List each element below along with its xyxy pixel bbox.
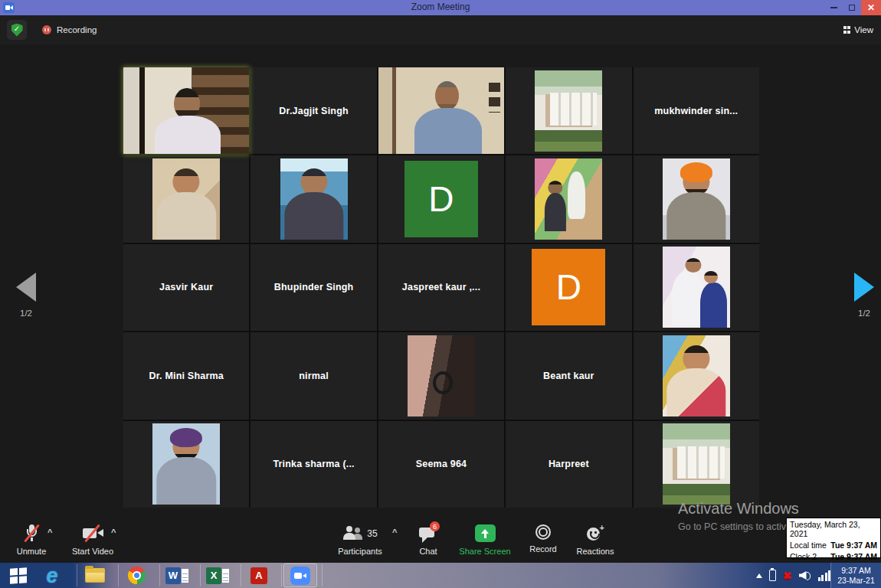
participant-tile[interactable]: Seema 964 bbox=[378, 421, 504, 508]
next-page-arrow[interactable]: 1/2 bbox=[849, 273, 879, 318]
participant-name: Jaspreet kaur ,... bbox=[402, 282, 480, 292]
participants-button[interactable]: 35 Participants bbox=[334, 524, 386, 556]
video-off-camera-icon bbox=[82, 524, 103, 542]
recording-label: Recording bbox=[57, 25, 97, 34]
participants-count: 35 bbox=[367, 528, 377, 539]
close-button[interactable]: ✕ bbox=[861, 0, 881, 15]
share-screen-icon bbox=[475, 524, 496, 542]
participant-grid: Dr.Jagjit Singh mukhwinder sin... D Jasv… bbox=[123, 67, 759, 508]
chat-button[interactable]: 6 Chat bbox=[409, 524, 447, 556]
word-taskbar-icon[interactable]: W bbox=[162, 565, 192, 586]
security-shield-icon[interactable] bbox=[7, 20, 27, 40]
participant-tile[interactable] bbox=[123, 421, 249, 508]
participant-photo bbox=[663, 335, 730, 416]
chat-label: Chat bbox=[419, 547, 437, 556]
reactions-label: Reactions bbox=[577, 547, 614, 556]
acrobat-taskbar-icon[interactable]: A bbox=[244, 565, 274, 586]
minimize-button[interactable] bbox=[824, 0, 843, 15]
window-titlebar: Zoom Meeting ✕ bbox=[0, 0, 881, 15]
windows-taskbar: e W X A ✖ 9:37 AM 23-Mar-21 bbox=[0, 563, 881, 588]
file-explorer-taskbar-icon[interactable] bbox=[80, 565, 110, 586]
participant-name: Harpreet bbox=[549, 459, 589, 469]
participant-tile[interactable] bbox=[378, 332, 504, 419]
gallery-view-icon bbox=[843, 26, 851, 34]
participant-tile[interactable] bbox=[506, 155, 631, 242]
participant-tile[interactable] bbox=[634, 155, 759, 242]
participant-tile-video[interactable] bbox=[378, 67, 504, 154]
participant-name: Trinka sharma (... bbox=[273, 459, 354, 469]
participant-tile[interactable] bbox=[506, 67, 631, 154]
share-screen-button[interactable]: Share Screen bbox=[457, 524, 513, 556]
chat-unread-badge: 6 bbox=[430, 521, 440, 531]
participant-tile[interactable]: D bbox=[378, 155, 504, 242]
participant-tile[interactable] bbox=[634, 332, 759, 419]
speaker-icon[interactable] bbox=[799, 570, 811, 580]
record-button[interactable]: Record bbox=[522, 524, 564, 554]
participant-tile[interactable]: Trinka sharma (... bbox=[251, 421, 376, 508]
participant-tile[interactable]: Dr.Jagjit Singh bbox=[251, 67, 376, 154]
maximize-button[interactable] bbox=[843, 0, 861, 15]
participant-photo bbox=[663, 247, 730, 328]
participant-tile-video-active-speaker[interactable] bbox=[123, 67, 249, 154]
participant-photo bbox=[663, 158, 730, 240]
participant-video bbox=[123, 67, 249, 154]
participant-tile[interactable]: Bhupinder Singh bbox=[251, 244, 376, 331]
participant-tile[interactable]: mukhwinder sin... bbox=[634, 67, 759, 154]
clock2-label: Clock 2 bbox=[790, 551, 817, 563]
participant-letter-avatar: D bbox=[404, 161, 478, 237]
participant-name: nirmal bbox=[299, 371, 329, 381]
video-options-chevron[interactable]: ^ bbox=[111, 528, 116, 537]
participant-tile[interactable]: D bbox=[506, 244, 631, 331]
clock-time: 9:37 AM bbox=[841, 566, 871, 576]
participant-photo bbox=[152, 158, 220, 240]
participants-options-chevron[interactable]: ^ bbox=[392, 528, 397, 537]
clock2-value: Tue 9:37 AM bbox=[830, 551, 877, 563]
participant-tile[interactable]: Harpreet bbox=[506, 421, 631, 508]
record-label: Record bbox=[529, 544, 556, 554]
windows-logo-icon bbox=[10, 567, 27, 583]
participant-tile[interactable]: Dr. Mini Sharma bbox=[123, 332, 249, 419]
participant-tile[interactable]: Beant kaur bbox=[506, 332, 631, 419]
tray-error-x-icon[interactable]: ✖ bbox=[783, 570, 792, 582]
zoom-taskbar-icon[interactable] bbox=[285, 565, 316, 586]
participant-name: Bhupinder Singh bbox=[274, 282, 354, 292]
participant-tile[interactable] bbox=[634, 421, 759, 508]
taskbar-clock[interactable]: 9:37 AM 23-Mar-21 bbox=[830, 563, 881, 588]
participants-icon bbox=[342, 525, 363, 542]
record-icon bbox=[535, 524, 551, 540]
participant-name: Dr.Jagjit Singh bbox=[279, 106, 349, 116]
participant-tile[interactable] bbox=[123, 155, 249, 242]
chrome-taskbar-icon[interactable] bbox=[121, 565, 152, 586]
participant-video bbox=[378, 67, 504, 154]
participant-name: Seema 964 bbox=[416, 459, 467, 469]
previous-page-arrow[interactable]: 1/2 bbox=[11, 273, 41, 318]
reactions-smiley-icon: + bbox=[586, 524, 604, 542]
start-button[interactable] bbox=[3, 565, 34, 586]
zoom-meeting-window: Zoom Meeting ✕ Recording View Dr.Jagjit … bbox=[0, 0, 881, 588]
excel-taskbar-icon[interactable]: X bbox=[202, 565, 233, 586]
show-hidden-icons-chevron[interactable] bbox=[756, 573, 762, 578]
battery-icon[interactable] bbox=[769, 570, 776, 581]
left-arrow-icon bbox=[16, 273, 36, 302]
participant-tile[interactable]: Jaspreet kaur ,... bbox=[378, 244, 504, 331]
reactions-button[interactable]: + Reactions bbox=[572, 524, 619, 556]
activate-windows-watermark: Activate Windows bbox=[678, 500, 799, 518]
window-title: Zoom Meeting bbox=[0, 2, 881, 12]
right-arrow-icon bbox=[854, 273, 874, 302]
local-time-value: Tue 9:37 AM bbox=[830, 540, 877, 551]
audio-options-chevron[interactable]: ^ bbox=[47, 528, 52, 537]
participant-name: Jasvir Kaur bbox=[159, 282, 213, 292]
participant-name: Dr. Mini Sharma bbox=[149, 371, 223, 381]
tooltip-date: Tuesday, March 23, 2021 bbox=[790, 520, 877, 538]
share-screen-label: Share Screen bbox=[459, 547, 510, 556]
participant-tile[interactable]: Jasvir Kaur bbox=[123, 244, 249, 331]
participant-tile[interactable] bbox=[634, 244, 759, 331]
participant-tile[interactable] bbox=[251, 155, 376, 242]
participant-photo bbox=[152, 423, 220, 505]
participant-tile[interactable]: nirmal bbox=[251, 332, 376, 419]
page-indicator: 1/2 bbox=[11, 309, 41, 318]
page-indicator: 1/2 bbox=[849, 309, 879, 318]
view-button[interactable]: View bbox=[843, 21, 873, 38]
internet-explorer-taskbar-icon[interactable]: e bbox=[37, 565, 67, 586]
network-signal-icon[interactable] bbox=[818, 570, 831, 581]
